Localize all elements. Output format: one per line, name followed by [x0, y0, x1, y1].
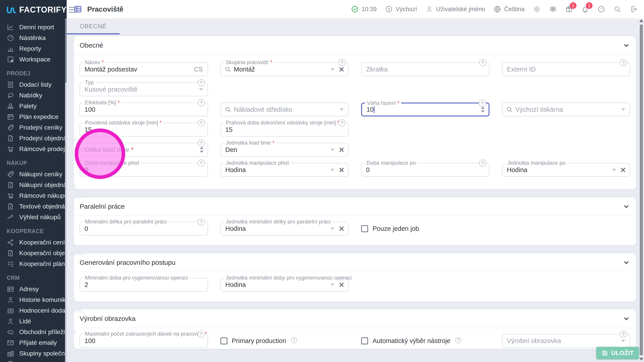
sidebar-scrollbar[interactable] [65, 19, 67, 362]
jednotka-min-delky-field[interactable]: Jednotka minimální délky pro paralelní p… [220, 222, 349, 236]
user-menu[interactable]: Uživatelské jméno [426, 5, 485, 13]
save-button[interactable]: ULOŽIT [596, 347, 639, 359]
sync-status[interactable]: 10:39 [351, 5, 377, 13]
dropdown-caret-icon[interactable] [621, 340, 625, 342]
jednotka-manipulace-po-field[interactable]: Jednotka manipulace po Hodina [502, 163, 630, 177]
field-help-icon[interactable] [198, 331, 205, 338]
sidebar-item[interactable]: Denní report [0, 22, 67, 33]
section-header[interactable]: Generování pracovního postupu [80, 253, 630, 272]
prahova-value[interactable]: 15 [221, 126, 348, 133]
dropdown-caret-icon[interactable] [330, 228, 334, 230]
sidebar-item[interactable]: Dodací listy [0, 79, 67, 90]
field-help-icon[interactable] [479, 100, 486, 107]
sidebar-item[interactable]: Skupiny společností [0, 348, 67, 359]
field-help-icon[interactable] [198, 79, 205, 86]
sidebar-item[interactable]: Hodnocení dodavatelů [0, 305, 67, 316]
field-help-icon[interactable] [338, 119, 346, 126]
jednotka-pred-value[interactable]: Hodina [221, 166, 330, 174]
jednotka-min-doby-field[interactable]: Jednotka minimální doby pro vygenerovano… [220, 278, 349, 292]
field-help-icon[interactable] [198, 99, 205, 106]
checkbox-help-icon[interactable] [291, 337, 297, 343]
field-help-icon[interactable] [198, 218, 205, 225]
clear-icon[interactable] [339, 224, 344, 233]
sidebar-item[interactable]: Adresy [0, 284, 67, 295]
zkratka-placeholder[interactable]: Zkratka [362, 66, 489, 73]
main-scrollbar[interactable] [639, 19, 644, 361]
sidebar-item[interactable]: Kooperační plán [0, 259, 67, 269]
sidebar-item[interactable]: Obchodní příležitosti [0, 327, 67, 338]
gift-icon[interactable]: 1 [565, 5, 573, 13]
signpost-icon[interactable] [549, 5, 557, 13]
efektivita-field[interactable]: Efektivita [%] 100 [80, 103, 208, 116]
dropdown-caret-icon[interactable] [330, 68, 334, 71]
jednotka-manipulace-pred-field[interactable]: Jednotka manipulace před Hodina [220, 163, 349, 177]
sidebar-item[interactable]: Reporty [0, 43, 67, 54]
nazev-value[interactable]: Montáž podsestav [80, 66, 194, 73]
sidebar-item[interactable]: Společnosti [0, 359, 67, 362]
sidebar-item[interactable]: Nabídky [0, 90, 67, 101]
skupina-value[interactable]: Montáž [231, 66, 330, 73]
jednotka-po-value[interactable]: Hodina [502, 166, 612, 174]
skupina-pracovist-field[interactable]: Skupina pracovišť Montáž [220, 62, 349, 76]
scroll-down-arrow[interactable] [639, 358, 643, 361]
sidebar-item[interactable]: $Textové objednávky [0, 201, 67, 212]
sidebar-item[interactable]: $Kooperační objednávky [0, 248, 67, 259]
scrollbar-thumb[interactable] [640, 24, 643, 356]
dropdown-caret-icon[interactable] [330, 284, 334, 286]
jednotka-lead-value[interactable]: Den [221, 146, 330, 153]
dropdown-caret-icon[interactable] [330, 149, 334, 151]
dropdown-caret-icon[interactable] [330, 169, 334, 171]
clear-icon[interactable] [339, 65, 344, 74]
clear-icon[interactable] [339, 145, 344, 154]
tiskarna-placeholder[interactable]: Výchozí tiskárna [513, 106, 622, 113]
doba-pred-value[interactable]: 0 [80, 166, 208, 174]
help-icon[interactable]: ? [598, 5, 605, 13]
field-help-icon[interactable] [620, 331, 627, 338]
vyrobni-obrazovka-placeholder[interactable]: Výrobní obrazovka [502, 337, 622, 345]
sidebar-item[interactable]: Prodejní ceníky [0, 122, 67, 133]
sidebar-item[interactable]: Rámcové prodejní objed… [0, 144, 67, 154]
hamburger-menu-icon[interactable] [68, 5, 76, 14]
doba-manipulace-pred-field[interactable]: Doba manipulace před 0 [80, 163, 208, 177]
sidebar-scrollbar-thumb[interactable] [65, 19, 67, 83]
checkbox-help-icon[interactable] [455, 337, 461, 343]
section-header[interactable]: Paralelní práce [80, 197, 630, 216]
checkbox-box[interactable] [361, 225, 368, 232]
min-delka-value[interactable]: 0 [80, 225, 208, 232]
field-help-icon[interactable] [338, 59, 346, 66]
search-icon[interactable] [614, 5, 621, 13]
notifications-bell-icon[interactable]: 1 [582, 5, 589, 13]
language-menu[interactable]: Čeština [494, 5, 524, 13]
sidebar-item[interactable]: Lidé [0, 316, 67, 327]
jednotka-lead-time-field[interactable]: Jednotka lead time Den [220, 143, 349, 157]
jednotka-min-doby-value[interactable]: Hodina [221, 281, 330, 289]
chevron-down-icon[interactable] [622, 203, 630, 210]
section-header[interactable]: Obecné [80, 36, 630, 54]
chevron-down-icon[interactable] [622, 41, 630, 49]
clear-icon[interactable] [620, 165, 626, 174]
sidebar-item[interactable]: Nákupní ceníky [0, 169, 67, 180]
min-doba-operace-field[interactable]: Minimální doba pro vygenerovanou operaci… [80, 278, 208, 292]
nakladove-stredisko-field[interactable]: Nákladové středisko [220, 103, 349, 116]
chevron-down-icon[interactable] [622, 315, 630, 323]
dropdown-caret-icon[interactable] [612, 169, 616, 171]
vaha-value[interactable]: 10 [362, 106, 481, 113]
sidebar-item[interactable]: Kooperační ceníky [0, 237, 67, 248]
externi-id-placeholder[interactable]: Externí ID [502, 66, 630, 73]
nazev-field[interactable]: Název Montáž podsestav CS [80, 62, 208, 76]
sidebar-item[interactable]: $Prodejní objednávky [0, 133, 67, 144]
sidebar-item[interactable]: Plán expedice [0, 111, 67, 122]
sidebar-item[interactable]: Přijaté emaily [0, 338, 67, 348]
efektivita-value[interactable]: 100 [80, 106, 208, 113]
delka-lead-placeholder[interactable]: Délka lead time [80, 146, 200, 153]
section-header[interactable]: Výrobní obrazovka [80, 310, 630, 328]
min-delka-paralelni-field[interactable]: Minimální délka pro paralelní práci 0 [80, 222, 208, 236]
clear-icon[interactable] [339, 165, 344, 174]
number-stepper[interactable] [481, 107, 484, 113]
dropdown-caret-icon[interactable] [621, 108, 625, 111]
jednotka-min-value[interactable]: Hodina [221, 225, 330, 232]
zkratka-field[interactable]: Zkratka [361, 62, 490, 76]
externi-id-field[interactable]: Externí ID [502, 62, 630, 76]
brightness-icon[interactable] [533, 5, 541, 13]
field-help-icon[interactable] [198, 139, 205, 147]
